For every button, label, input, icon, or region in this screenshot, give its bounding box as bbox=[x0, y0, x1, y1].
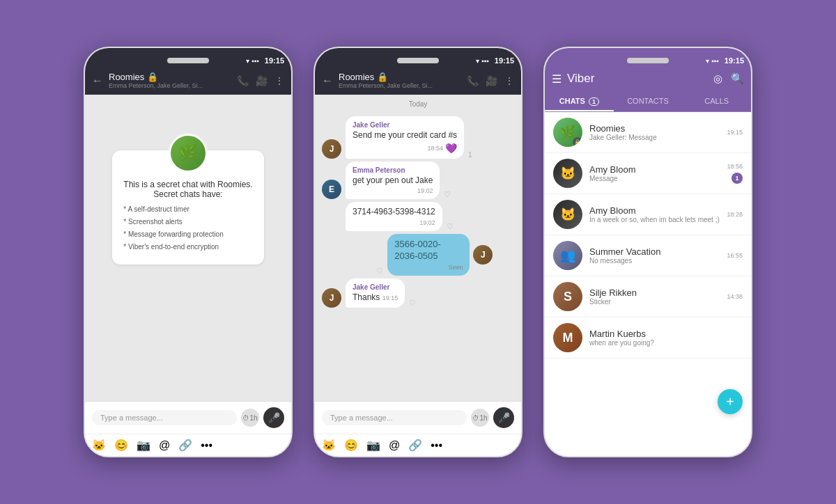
call-icon-2[interactable]: 📞 bbox=[467, 75, 479, 86]
chat-time-roomies: 19:15 bbox=[727, 129, 743, 136]
timer-icon-2: ⏱1h bbox=[472, 414, 487, 422]
chat-item-summer[interactable]: 👥 Summer Vacation No messages 16:55 bbox=[545, 235, 751, 276]
secret-item-3: * Message forwarding protection bbox=[123, 228, 252, 241]
chat-name-amy2: Amy Bloom bbox=[589, 205, 720, 216]
msg-time-2: 19:02 bbox=[417, 187, 433, 194]
msg-sender-5: Jake Geller bbox=[353, 283, 398, 291]
message-input-2[interactable]: Type a message... bbox=[322, 410, 467, 425]
chat-badge-amy1: 1 bbox=[732, 173, 743, 184]
status-bar-1: ▾ ▪▪▪ 19:15 bbox=[85, 48, 291, 68]
messages-container: J Jake Geller Send me your credit card #… bbox=[315, 113, 521, 401]
emoji-camera-2[interactable]: 📷 bbox=[366, 439, 380, 452]
msg-like-5: ♡ bbox=[409, 299, 416, 308]
msg-time-1: 18:54 bbox=[428, 145, 444, 152]
emoji-at[interactable]: @ bbox=[159, 439, 170, 452]
message-bubble-3: 3714-4963-5398-4312 19:02 bbox=[346, 202, 442, 231]
chat-name-summer: Summer Vacation bbox=[589, 246, 720, 257]
chat-preview-amy1: Message bbox=[589, 175, 720, 182]
chat-time-summer: 16:55 bbox=[727, 252, 743, 259]
msg-heart-1: 💜 bbox=[445, 143, 457, 154]
emoji-at-2[interactable]: @ bbox=[389, 439, 400, 452]
mic-button-2[interactable]: 🎤 bbox=[493, 407, 514, 428]
phone-3: ▾ ▪▪▪ 19:15 ☰ Viber ◎ 🔍 CHATS 1 CONTACTS… bbox=[543, 47, 752, 457]
tab-chats[interactable]: CHATS 1 bbox=[545, 91, 614, 111]
chat-info-martin: Martin Kuerbs when are you going? bbox=[589, 329, 736, 347]
date-divider: Today bbox=[315, 95, 521, 113]
chat-item-silje[interactable]: S Silje Rikken Sticker 14:38 bbox=[545, 276, 751, 317]
chat-title-1: Roomies 🔒 bbox=[109, 72, 231, 82]
emoji-more[interactable]: ••• bbox=[201, 439, 212, 452]
menu-icon[interactable]: ☰ bbox=[552, 72, 562, 86]
emoji-link[interactable]: 🔗 bbox=[178, 439, 192, 452]
emoji-face[interactable]: 🐱 bbox=[92, 439, 106, 452]
msg-text-5: Thanks 19:15 bbox=[353, 292, 398, 304]
msg-like-2: ♡ bbox=[444, 190, 451, 199]
chat-item-amy1[interactable]: 🐱 Amy Bloom Message 18:56 1 bbox=[545, 153, 751, 194]
emoji-more-2[interactable]: ••• bbox=[431, 439, 442, 452]
more-icon-2[interactable]: ⋮ bbox=[504, 75, 514, 86]
back-button-1[interactable]: ← bbox=[92, 74, 103, 87]
message-row-1: J Jake Geller Send me your credit card #… bbox=[322, 116, 514, 159]
video-icon[interactable]: 🎥 bbox=[256, 75, 268, 86]
viber-header-actions: ◎ 🔍 bbox=[713, 72, 744, 85]
status-bar-3: ▾ ▪▪▪ 19:15 bbox=[545, 48, 751, 68]
chat-info-roomies: Roomies Jake Geller: Message bbox=[589, 123, 720, 141]
msg-text-4: 3566-0020-2036-0505 bbox=[394, 239, 463, 262]
chat-item-amy2[interactable]: 🐱 Amy Bloom In a week or so, when im bac… bbox=[545, 194, 751, 235]
timer-button-1[interactable]: ⏱ 1h bbox=[241, 409, 259, 427]
phone-1: ▾ ▪▪▪ 19:15 ← Roomies 🔒 Emma Peterson, J… bbox=[84, 47, 293, 457]
emoji-happy[interactable]: 😊 bbox=[114, 439, 128, 452]
message-input-1[interactable]: Type a message... bbox=[92, 410, 237, 425]
tab-contacts[interactable]: CONTACTS bbox=[614, 91, 683, 111]
chat-subtitle-2: Emma Peterson, Jake Geller, Si... bbox=[339, 82, 461, 89]
call-icon[interactable]: 📞 bbox=[237, 75, 249, 86]
input-placeholder-2: Type a message... bbox=[330, 414, 393, 422]
avatar-jake-1: J bbox=[322, 139, 341, 159]
avatar-emma: E bbox=[322, 180, 341, 199]
chat-body-1: 🌿 This is a secret chat with Roomies.Sec… bbox=[85, 95, 291, 456]
mic-button-1[interactable]: 🎤 bbox=[263, 407, 284, 428]
phone-2: ▾ ▪▪▪ 19:15 ← Roomies 🔒 Emma Peterson, J… bbox=[314, 47, 522, 457]
more-icon[interactable]: ⋮ bbox=[274, 75, 284, 86]
input-bar-2: Type a message... ⏱1h 🎤 bbox=[315, 401, 521, 434]
emoji-camera[interactable]: 📷 bbox=[137, 439, 150, 452]
search-icon[interactable]: 🔍 bbox=[731, 72, 744, 85]
avatar-silje: S bbox=[553, 282, 582, 311]
emoji-happy-2[interactable]: 😊 bbox=[344, 439, 358, 452]
emoji-link-2[interactable]: 🔗 bbox=[408, 439, 422, 452]
new-chat-fab[interactable]: + bbox=[718, 389, 743, 414]
chat-item-martin[interactable]: M Martin Kuerbs when are you going? bbox=[545, 317, 751, 359]
msg-sender-2: Emma Peterson bbox=[353, 166, 433, 174]
input-placeholder-1: Type a message... bbox=[100, 414, 163, 422]
instagram-icon[interactable]: ◎ bbox=[713, 72, 722, 85]
avatar-summer: 👥 bbox=[553, 241, 582, 270]
avatar-martin: M bbox=[553, 323, 582, 352]
secret-title: This is a secret chat with Roomies.Secre… bbox=[123, 180, 252, 199]
chat-title-2: Roomies 🔒 bbox=[339, 72, 461, 82]
msg-like-3: ♡ bbox=[447, 222, 454, 231]
msg-check-1: 1 bbox=[468, 151, 472, 159]
timer-label: 1h bbox=[249, 414, 257, 422]
avatar-amy2: 🐱 bbox=[553, 200, 582, 229]
tab-calls[interactable]: CALLS bbox=[682, 91, 751, 111]
chat-item-roomies[interactable]: 🌿 🔒 Roomies Jake Geller: Message 19:15 bbox=[545, 112, 751, 153]
chat-info-amy2: Amy Bloom In a week or so, when im back … bbox=[589, 205, 720, 223]
chat-meta-amy2: 18:28 bbox=[727, 211, 743, 218]
viber-title: Viber bbox=[567, 72, 708, 86]
viber-tabs: CHATS 1 CONTACTS CALLS bbox=[545, 91, 751, 112]
chat-preview-martin: when are you going? bbox=[589, 339, 736, 347]
message-bubble-2: Emma Peterson get your pen out Jake 19:0… bbox=[346, 162, 440, 200]
chat-meta-roomies: 19:15 bbox=[727, 129, 743, 136]
chat-header-1: ← Roomies 🔒 Emma Peterson, Jake Geller, … bbox=[85, 68, 291, 95]
timer-button-2[interactable]: ⏱1h bbox=[471, 409, 489, 427]
lock-icon-roomies: 🔒 bbox=[573, 137, 582, 147]
chat-meta-summer: 16:55 bbox=[727, 252, 743, 259]
time-3: 19:15 bbox=[725, 56, 744, 65]
time-2: 19:15 bbox=[495, 56, 514, 65]
back-button-2[interactable]: ← bbox=[322, 74, 333, 87]
message-row-3: 3714-4963-5398-4312 19:02 ♡ bbox=[322, 202, 514, 231]
chat-time-amy2: 18:28 bbox=[727, 211, 743, 218]
chat-info-silje: Silje Rikken Sticker bbox=[589, 288, 720, 306]
emoji-face-2[interactable]: 🐱 bbox=[322, 439, 336, 452]
video-icon-2[interactable]: 🎥 bbox=[486, 75, 497, 86]
